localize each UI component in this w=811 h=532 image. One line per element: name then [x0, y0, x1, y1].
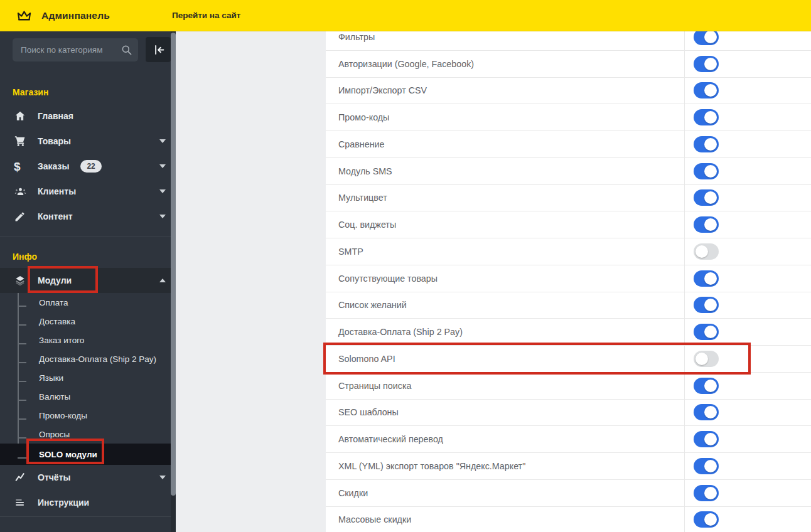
sidebar: МагазинГлавнаяТовары$Заказы22КлиентыКонт…	[0, 31, 176, 532]
sidebar-item-label: Модули	[38, 275, 72, 285]
module-row: Доставка-Оплата (Ship 2 Pay)	[326, 319, 811, 346]
toggle-knob	[704, 406, 717, 418]
module-toggle[interactable]	[694, 270, 719, 287]
sidebar-subitem[interactable]: Языки	[0, 368, 176, 387]
layers-icon	[14, 274, 38, 287]
module-toggle[interactable]	[694, 511, 719, 528]
module-toggle[interactable]	[694, 431, 719, 447]
module-label: SMTP	[338, 247, 363, 257]
chevron-up-icon	[159, 279, 166, 282]
module-row: Промо-коды	[326, 104, 811, 131]
toggle-knob	[704, 218, 717, 231]
sidebar-subitem[interactable]: Заказ итого	[0, 331, 176, 349]
sidebar-subitem[interactable]: Опросы	[0, 425, 176, 444]
module-row: Фильтры	[326, 31, 811, 51]
top-bar: Админпанель Перейти на сайт	[0, 0, 811, 31]
sidebar-item-label: Контент	[38, 211, 73, 221]
module-toggle[interactable]	[694, 163, 719, 179]
chevron-down-icon	[159, 164, 166, 168]
module-toggle[interactable]	[694, 136, 719, 152]
search-input[interactable]	[13, 38, 138, 61]
sidebar-nav: МагазинГлавнаяТовары$Заказы22КлиентыКонт…	[0, 87, 176, 517]
module-toggle[interactable]	[694, 56, 719, 72]
module-label: XML (YML) экспорт товаров "Яндекс.Маркет…	[338, 461, 525, 471]
module-toggle[interactable]	[694, 378, 719, 394]
module-toggle[interactable]	[694, 404, 719, 420]
sidebar-item-content[interactable]: Контент	[0, 204, 176, 229]
module-label: Авторизации (Google, Facebook)	[338, 59, 474, 69]
module-label: Доставка-Оплата (Ship 2 Pay)	[338, 327, 463, 337]
sidebar-subitem-label: Заказ итого	[39, 336, 84, 345]
toggle-knob	[704, 191, 717, 204]
toggle-knob	[704, 513, 717, 526]
module-label: Массовые скидки	[338, 514, 411, 524]
sidebar-subitem-label: Валюты	[39, 392, 70, 402]
toggle-knob	[704, 31, 717, 43]
sidebar-item-customers[interactable]: Клиенты	[0, 179, 176, 204]
sidebar-item-home[interactable]: Главная	[0, 104, 176, 129]
sidebar-subitem[interactable]: Доставка	[0, 312, 176, 331]
sidebar-subitem[interactable]: Доставка-Оплата (Ship 2 Pay)	[0, 349, 176, 368]
toggle-knob	[704, 460, 717, 472]
module-label: Список желаний	[338, 300, 407, 310]
module-toggle[interactable]	[694, 31, 719, 45]
sidebar-subitem[interactable]: SOLO модули	[0, 444, 176, 465]
module-toggle[interactable]	[694, 485, 719, 501]
people-icon	[14, 185, 38, 198]
brand: Админпанель	[16, 8, 110, 23]
module-row: Авторизации (Google, Facebook)	[326, 51, 811, 78]
sidebar-subitem-label: Оплата	[39, 298, 68, 307]
module-label: SEO шаблоны	[338, 407, 399, 417]
sidebar-subitem-label: Доставка	[39, 317, 75, 326]
sidebar-section-heading: Инфо	[13, 252, 176, 262]
module-toggle[interactable]	[694, 216, 719, 233]
sidebar-divider	[0, 237, 176, 237]
chevron-down-icon	[159, 476, 166, 479]
sidebar-subitem-label: Доставка-Оплата (Ship 2 Pay)	[39, 354, 156, 364]
list-icon	[14, 496, 38, 509]
module-row: Соц. виджеты	[326, 211, 811, 238]
sidebar-item-instructions[interactable]: Инструкции	[0, 490, 176, 515]
toggle-knob	[704, 272, 717, 285]
sidebar-subitem-label: Опросы	[39, 430, 70, 439]
sidebar-item-label: Инструкции	[38, 497, 89, 508]
sidebar-item-modules[interactable]: Модули	[0, 268, 176, 293]
sidebar-item-label: Заказы	[38, 161, 69, 171]
go-to-site-link[interactable]: Перейти на сайт	[172, 11, 240, 20]
module-label: Импорт/Экспорт CSV	[338, 85, 427, 95]
module-row: Импорт/Экспорт CSV	[326, 78, 811, 105]
module-toggle[interactable]	[694, 458, 719, 474]
module-label: Промо-коды	[338, 112, 389, 122]
module-label: Фильтры	[338, 32, 375, 42]
sidebar-scrollbar-thumb[interactable]	[171, 33, 176, 496]
sidebar-subitem[interactable]: Валюты	[0, 387, 176, 406]
module-label: Автоматический перевод	[338, 434, 443, 444]
sidebar-subitem[interactable]: Оплата	[0, 293, 176, 312]
module-label: Модуль SMS	[338, 166, 392, 176]
module-toggle[interactable]	[694, 243, 719, 260]
module-row: Модуль SMS	[326, 158, 811, 185]
main-content: ФильтрыАвторизации (Google, Facebook)Имп…	[176, 31, 811, 532]
sidebar-subitem[interactable]: Промо-коды	[0, 406, 176, 425]
cart-icon	[14, 135, 38, 147]
sidebar-divider	[0, 516, 176, 517]
module-toggle[interactable]	[694, 109, 719, 125]
module-toggle[interactable]	[694, 82, 719, 98]
sidebar-subtree-modules: ОплатаДоставкаЗаказ итогоДоставка-Оплата…	[0, 293, 176, 465]
sidebar-collapse-button[interactable]	[146, 37, 171, 62]
module-toggle[interactable]	[694, 351, 719, 367]
module-label: Мультицвет	[338, 193, 387, 203]
sidebar-item-products[interactable]: Товары	[0, 129, 176, 154]
sidebar-item-orders[interactable]: $Заказы22	[0, 154, 176, 179]
chevron-down-icon	[159, 189, 166, 193]
sidebar-subitem-label: Промо-коды	[39, 411, 87, 420]
sidebar-item-label: Клиенты	[38, 186, 76, 196]
sidebar-item-reports[interactable]: Отчёты	[0, 465, 176, 490]
module-row: SMTP	[326, 238, 811, 265]
module-toggle[interactable]	[694, 324, 719, 340]
module-toggle[interactable]	[694, 297, 719, 313]
toggle-knob	[704, 380, 717, 392]
chart-icon	[14, 471, 38, 484]
module-row: Solomono API	[326, 346, 811, 373]
module-toggle[interactable]	[694, 189, 719, 206]
